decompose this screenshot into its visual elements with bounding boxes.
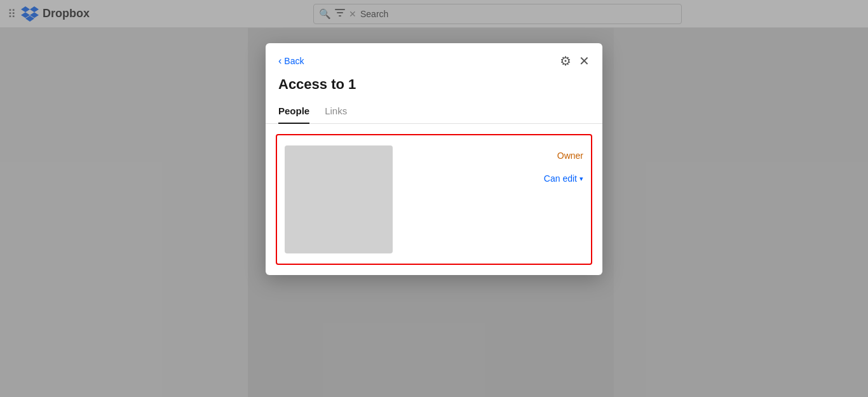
sharing-dialog: ‹ Back ⚙ ✕ Access to 1 People Links Owne…	[266, 43, 602, 275]
tab-links[interactable]: Links	[325, 100, 347, 124]
dialog-tabs: People Links	[266, 100, 602, 124]
permission-label[interactable]: Can edit	[544, 173, 577, 184]
dialog-header: ‹ Back ⚙ ✕	[266, 43, 602, 74]
person-row-container: Owner Can edit ▾	[276, 134, 592, 265]
dialog-header-right: ⚙ ✕	[560, 53, 590, 69]
settings-icon[interactable]: ⚙	[560, 53, 571, 69]
dialog-title: Access to 1	[266, 74, 602, 100]
avatar	[285, 145, 393, 253]
person-row: Owner Can edit ▾	[282, 140, 586, 259]
tab-people[interactable]: People	[278, 100, 309, 124]
close-icon[interactable]: ✕	[579, 53, 590, 69]
person-info: Owner Can edit ▾	[400, 145, 583, 184]
back-button[interactable]: ‹ Back	[278, 55, 304, 67]
back-label: Back	[284, 56, 304, 66]
dialog-body: Owner Can edit ▾	[266, 124, 602, 275]
owner-label: Owner	[400, 151, 583, 161]
back-arrow-icon: ‹	[278, 55, 281, 67]
permission-dropdown[interactable]: Can edit ▾	[400, 173, 583, 184]
chevron-down-icon: ▾	[580, 175, 583, 183]
